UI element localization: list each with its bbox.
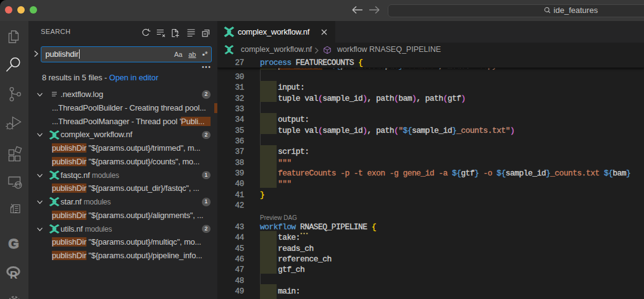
svg-text:R: R [10,269,17,281]
svg-text:G: G [9,236,19,251]
